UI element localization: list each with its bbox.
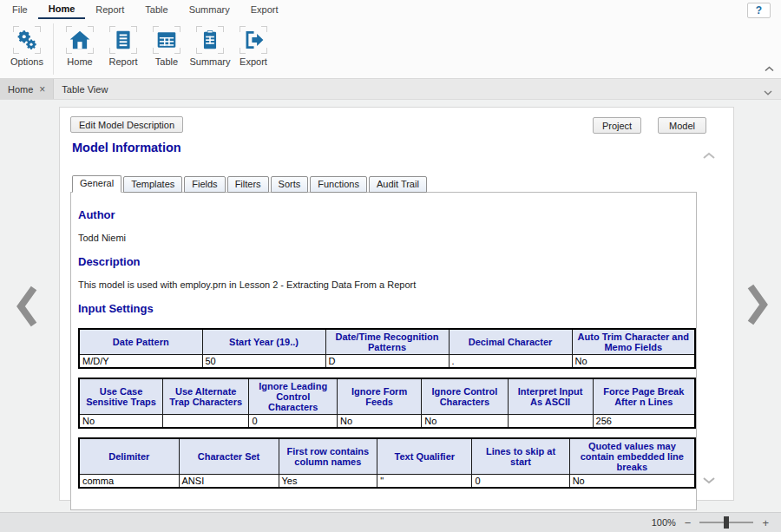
zoom-out-button[interactable]: − xyxy=(685,517,692,529)
table-button[interactable]: Table xyxy=(145,22,188,76)
cell-value: comma xyxy=(79,475,179,489)
input-settings-table-1: Date Pattern Start Year (19..) Date/Time… xyxy=(78,328,696,369)
column-header: Start Year (19..) xyxy=(202,329,325,355)
menu-table[interactable]: Table xyxy=(135,0,178,19)
description-value: This model is used with employ.prn in Le… xyxy=(78,279,689,290)
ribbon-label: Export xyxy=(240,56,267,67)
export-button[interactable]: Export xyxy=(232,22,275,76)
table-header-row: Delimiter Character Set First row contai… xyxy=(79,438,695,475)
general-tab-panel: Author Todd Niemi Description This model… xyxy=(70,192,697,510)
options-button[interactable]: Options xyxy=(5,22,49,76)
cell-value: M/D/Y xyxy=(79,355,202,369)
ribbon-label: Home xyxy=(67,56,92,67)
zoom-slider[interactable] xyxy=(699,522,753,523)
column-header: Ignore Leading Control Characters xyxy=(249,378,338,415)
column-header: Date/Time Recognition Patterns xyxy=(325,329,449,355)
status-bar: 100% − + xyxy=(0,512,781,532)
chevron-down-icon[interactable] xyxy=(764,87,772,97)
column-header: Delimiter xyxy=(79,438,179,475)
close-icon[interactable]: × xyxy=(39,85,45,94)
ribbon-separator xyxy=(53,23,54,75)
project-button[interactable]: Project xyxy=(593,117,641,134)
cell-value: 50 xyxy=(202,355,325,369)
column-header: Quoted values may contain embedded line … xyxy=(569,438,695,475)
summary-clipboard-icon xyxy=(196,26,224,54)
cell-value: . xyxy=(449,355,572,369)
menu-summary[interactable]: Summary xyxy=(179,0,240,19)
collapse-ribbon-icon[interactable] xyxy=(765,60,774,76)
model-tab-control: General Templates Fields Filters Sorts F… xyxy=(70,175,697,510)
column-header: Use Case Sensitive Traps xyxy=(79,378,163,415)
report-button[interactable]: Report xyxy=(102,22,145,76)
cell-value: No xyxy=(572,355,695,369)
input-settings-table-2: Use Case Sensitive Traps Use Alternate T… xyxy=(78,378,696,429)
column-header: Decimal Character xyxy=(449,329,572,355)
document-tab-bar: Home × Table View xyxy=(0,79,781,100)
table-value-row: No 0 No No 256 xyxy=(79,415,695,429)
column-header: Date Pattern xyxy=(79,329,202,355)
tab-functions[interactable]: Functions xyxy=(310,176,367,193)
tab-home[interactable]: Home × xyxy=(0,79,54,99)
column-header: Auto Trim Character and Memo Fields xyxy=(572,329,695,355)
column-header: Character Set xyxy=(179,438,279,475)
tab-general[interactable]: General xyxy=(72,175,121,193)
ribbon-label: Report xyxy=(108,56,137,67)
gears-icon xyxy=(13,26,41,54)
cell-value: 0 xyxy=(472,475,569,489)
tab-fields[interactable]: Fields xyxy=(184,176,225,193)
zoom-in-button[interactable]: + xyxy=(762,517,769,529)
home-button[interactable]: Home xyxy=(58,22,102,76)
page-title: Model Information xyxy=(72,141,181,154)
column-header: Text Qualifier xyxy=(377,438,472,475)
cell-value: " xyxy=(377,475,472,489)
home-icon xyxy=(66,26,94,54)
cell-value: D xyxy=(325,355,449,369)
cell-value: No xyxy=(79,415,163,429)
previous-page-arrow-icon[interactable] xyxy=(16,284,38,332)
menu-report[interactable]: Report xyxy=(85,0,135,19)
column-header: Interpret Input As ASCII xyxy=(508,378,593,415)
scroll-up-icon[interactable] xyxy=(702,148,716,163)
column-header: Ignore Control Characters xyxy=(422,378,508,415)
tab-sorts[interactable]: Sorts xyxy=(271,176,309,193)
column-header: Force Page Break After n Lines xyxy=(593,378,695,415)
edit-model-description-button[interactable]: Edit Model Description xyxy=(70,116,183,133)
report-document-icon xyxy=(109,26,137,54)
zoom-level: 100% xyxy=(652,517,676,528)
model-information-card: Edit Model Description Project Model Mod… xyxy=(59,107,734,501)
table-value-row: M/D/Y 50 D . No xyxy=(79,355,695,369)
ribbon-label: Summary xyxy=(189,56,230,67)
menu-export[interactable]: Export xyxy=(240,0,289,19)
export-arrow-icon xyxy=(240,26,267,54)
menu-file[interactable]: File xyxy=(2,0,38,19)
menu-bar: File Home Report Table Summary Export ? xyxy=(0,0,781,19)
ribbon-label: Options xyxy=(10,56,43,67)
model-tab-strip: General Templates Fields Filters Sorts F… xyxy=(70,175,697,193)
model-button[interactable]: Model xyxy=(658,117,706,134)
tab-audit-trail[interactable]: Audit Trail xyxy=(369,176,427,193)
menu-home[interactable]: Home xyxy=(38,0,86,19)
scroll-down-icon[interactable] xyxy=(702,472,716,488)
table-header-row: Use Case Sensitive Traps Use Alternate T… xyxy=(79,378,695,415)
column-header: Lines to skip at start xyxy=(472,438,569,475)
summary-button[interactable]: Summary xyxy=(188,22,232,76)
cell-value xyxy=(508,415,593,429)
ribbon: Options Home Report xyxy=(0,19,781,79)
input-settings-heading: Input Settings xyxy=(78,302,689,315)
cell-value: Yes xyxy=(279,475,377,489)
description-heading: Description xyxy=(78,255,689,268)
zoom-slider-handle[interactable] xyxy=(724,516,729,529)
cell-value: No xyxy=(569,475,695,489)
cell-value xyxy=(163,415,249,429)
cell-value: 0 xyxy=(249,415,338,429)
tab-table-view[interactable]: Table View xyxy=(54,79,115,99)
author-value: Todd Niemi xyxy=(78,233,689,243)
next-page-arrow-icon[interactable] xyxy=(746,282,769,331)
content-area: Edit Model Description Project Model Mod… xyxy=(0,100,781,512)
tab-templates[interactable]: Templates xyxy=(123,176,182,193)
table-grid-icon xyxy=(153,26,180,54)
help-button[interactable]: ? xyxy=(747,3,771,18)
column-header: First row contains column names xyxy=(279,438,377,475)
tab-filters[interactable]: Filters xyxy=(227,176,269,193)
cell-value: No xyxy=(422,415,508,429)
